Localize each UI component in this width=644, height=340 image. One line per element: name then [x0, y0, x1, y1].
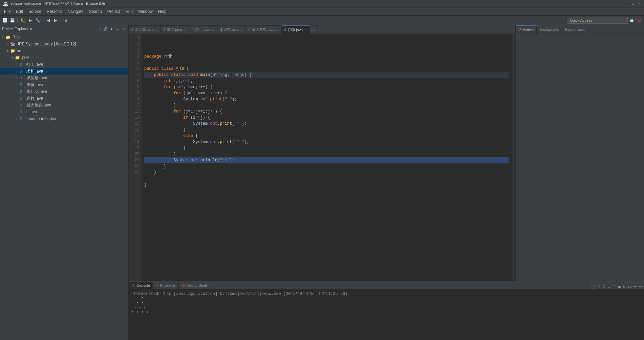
menu-item-help[interactable]: Help: [155, 7, 169, 15]
code-line: [144, 60, 509, 66]
tree-item-label: s.java: [26, 109, 37, 114]
collapse-all-button[interactable]: ⤙: [96, 26, 102, 32]
minimize-view-button[interactable]: —: [115, 26, 120, 32]
window-title: eclipse-workspace - 作业/src/作业/打印.java - …: [10, 1, 624, 6]
editor-tab[interactable]: J打印.java✕: [282, 25, 310, 34]
menu-item-file[interactable]: File: [1, 7, 13, 15]
editor-tab[interactable]: J求值.java✕: [161, 25, 189, 34]
editor-tab[interactable]: J最大整数.java✕: [246, 25, 282, 34]
prev-edit-button[interactable]: ◀: [45, 17, 51, 24]
menu-item-refactor[interactable]: Refactor: [44, 7, 65, 15]
code-line: }: [144, 151, 509, 157]
tree-item[interactable]: J求和.java: [0, 68, 128, 75]
tree-node-icon: 📁: [15, 55, 20, 60]
code-line: }: [144, 127, 509, 133]
new-button[interactable]: ⬜: [1, 17, 8, 24]
console-toolbar-btn-6[interactable]: ▷: [623, 284, 627, 289]
tab-close-icon[interactable]: ✕: [212, 28, 214, 32]
code-line: else {: [144, 133, 509, 139]
tab-close-icon[interactable]: ✕: [304, 28, 307, 32]
tab-close-icon[interactable]: ✕: [184, 28, 186, 32]
editor-tab[interactable]: J完数.java✕: [217, 25, 246, 34]
right-tabs: VariablesBreakpointsExpressions: [516, 25, 644, 34]
debug-button[interactable]: 🐛: [19, 17, 26, 24]
console-toolbar-btn-3[interactable]: ⤓: [607, 284, 611, 289]
console-output-line: * * * *: [131, 311, 641, 316]
minimize-button[interactable]: —: [624, 1, 629, 6]
code-line: }: [144, 102, 509, 108]
bottom-tab-label: Problems: [160, 283, 175, 287]
tab-close-icon[interactable]: ✕: [240, 28, 243, 32]
menu-item-edit[interactable]: Edit: [13, 7, 26, 15]
line-number: 20: [129, 151, 139, 157]
line-number: 2: [129, 41, 139, 47]
tree-item[interactable]: ▷📚JRE System Library [JavaSE-12]: [0, 41, 128, 47]
console-toolbar-btn-8[interactable]: ↩: [633, 284, 638, 289]
editor-tab[interactable]: »: [310, 25, 318, 34]
tree-item[interactable]: ▷Jmodule-info.java: [0, 115, 128, 122]
console-toolbar-btn-9[interactable]: ↪: [638, 284, 643, 289]
right-content: [516, 34, 644, 281]
menu-item-navigate[interactable]: Navigate: [65, 7, 86, 15]
tree-item[interactable]: ▼📁src: [0, 47, 128, 54]
run-button[interactable]: ▶: [27, 17, 34, 24]
toolbar: ⬜ 💾 🐛 ▶ 🔧 ◀ ▶ ⊞ Quick Access ☕ 🐞: [0, 16, 644, 25]
tree-item-label: 作业: [22, 55, 30, 61]
explorer-title: Project Explorer ✕: [2, 27, 96, 31]
quick-access-box[interactable]: Quick Access: [567, 17, 628, 24]
right-tab-breakpoints[interactable]: Breakpoints: [537, 25, 562, 34]
tree-item[interactable]: J打印.java: [0, 61, 128, 68]
console-toolbar-btn-1[interactable]: ✕: [597, 284, 601, 289]
right-tab-expressions[interactable]: Expressions: [562, 25, 588, 34]
tree-node-icon: J: [20, 69, 25, 73]
menu-item-source[interactable]: Source: [26, 7, 44, 15]
perspective-button[interactable]: ⊞: [63, 17, 69, 24]
tree-item[interactable]: J最大整数.java: [0, 102, 128, 108]
tree-node-icon: J: [20, 62, 25, 66]
console-toolbar-btn-0[interactable]: ⬛: [590, 284, 596, 289]
bottom-tab-debug-shell[interactable]: 🐞Debug Shell: [179, 282, 210, 289]
main-layout: Project Explorer ✕ ⤙ 🔗 ▾ — □ ▼📁作业▷📚JRE S…: [0, 25, 644, 340]
tab-label: 完数.java: [223, 27, 239, 32]
tab-close-icon[interactable]: ✕: [276, 28, 279, 32]
explorer-menu-button[interactable]: ▾: [109, 26, 114, 32]
code-line: System.out.println("\n");: [144, 157, 509, 163]
perspective-debug[interactable]: 🐞: [636, 17, 643, 24]
tree-item[interactable]: J求值.java: [0, 81, 128, 88]
code-line: }: [144, 169, 509, 176]
tree-item-label: 求阶层.java: [26, 75, 47, 81]
menu-item-run[interactable]: Run: [123, 7, 135, 15]
editor-tabs: J水仙花.java✕J求值.java✕J求和.java✕J完数.java✕J最大…: [129, 25, 515, 34]
menu-item-project[interactable]: Project: [105, 7, 123, 15]
next-edit-button[interactable]: ▶: [52, 17, 59, 24]
link-with-editor-button[interactable]: 🔗: [103, 26, 108, 32]
console-toolbar-btn-5[interactable]: ⏹: [617, 284, 622, 289]
code-content[interactable]: package 作业; public class 打印 { public sta…: [142, 34, 512, 281]
bottom-tab-console[interactable]: ⬛Console: [129, 282, 153, 289]
tree-item[interactable]: ▼📁作业: [0, 34, 128, 41]
menu-item-search[interactable]: Search: [86, 7, 105, 15]
editor-tab[interactable]: J求和.java✕: [189, 25, 218, 34]
close-button[interactable]: ✕: [637, 1, 641, 6]
tab-label: 打印.java: [287, 27, 303, 33]
perspective-java[interactable]: ☕: [628, 17, 635, 24]
external-tools-button[interactable]: 🔧: [34, 17, 41, 24]
tab-label: 求值.java: [167, 27, 182, 32]
console-toolbar-btn-2[interactable]: ⊡: [602, 284, 606, 289]
right-tab-variables[interactable]: Variables: [516, 25, 537, 34]
tree-item[interactable]: ▷J求阶层.java: [0, 75, 128, 81]
tree-item[interactable]: ▼📁作业: [0, 54, 128, 61]
maximize-button[interactable]: □: [630, 1, 635, 6]
console-toolbar-btn-4[interactable]: ⤒: [612, 284, 616, 289]
menu-item-window[interactable]: Window: [135, 7, 155, 15]
editor-tab[interactable]: J水仙花.java✕: [129, 25, 161, 34]
save-button[interactable]: 💾: [9, 17, 16, 24]
maximize-view-button[interactable]: □: [121, 26, 126, 32]
tree-item[interactable]: Js.java: [0, 108, 128, 115]
bottom-tab-problems[interactable]: ⚠Problems: [153, 282, 178, 289]
tree-item-label: src: [17, 48, 22, 53]
tree-item[interactable]: J完数.java: [0, 95, 128, 102]
tab-close-icon[interactable]: ✕: [155, 28, 158, 32]
console-toolbar-btn-7[interactable]: ⏭: [627, 284, 632, 289]
tree-item[interactable]: J水仙花.java: [0, 88, 128, 95]
